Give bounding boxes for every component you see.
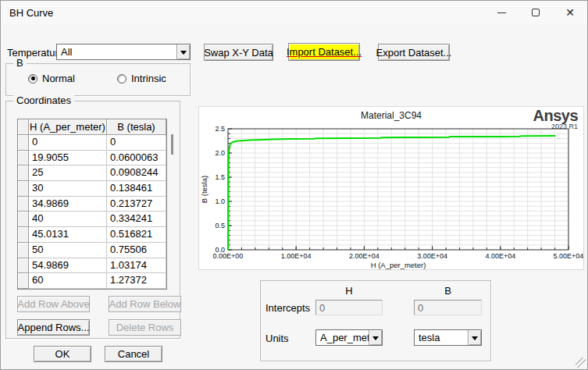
cell-h-value[interactable]: 50 bbox=[29, 243, 107, 258]
row-selector[interactable] bbox=[18, 151, 29, 166]
svg-text:4.00E+04: 4.00E+04 bbox=[485, 252, 515, 260]
cell-b-value[interactable]: 1.27372 bbox=[107, 273, 166, 289]
cell-b-value[interactable]: 0.213727 bbox=[107, 197, 166, 212]
cell-h-value[interactable]: 60 bbox=[29, 273, 107, 289]
resize-grip[interactable] bbox=[576, 358, 586, 368]
table-row: 54.98691.03174 bbox=[18, 258, 166, 274]
table-row: 500.75506 bbox=[18, 243, 166, 258]
unit-h-value: A_per_meter bbox=[316, 330, 369, 345]
svg-text:1.00E+04: 1.00E+04 bbox=[281, 252, 312, 260]
svg-text:2.00E+04: 2.00E+04 bbox=[349, 252, 380, 260]
append-rows-button[interactable]: Append Rows... bbox=[17, 319, 90, 336]
ok-button[interactable]: OK bbox=[34, 346, 91, 362]
export-dataset-button[interactable]: Export Dataset... bbox=[378, 44, 450, 61]
coordinates-label: Coordinates bbox=[13, 94, 74, 106]
table-row: 19.90550.0600063 bbox=[18, 151, 166, 166]
row-selector[interactable] bbox=[18, 135, 29, 151]
cell-b-value[interactable]: 0.516821 bbox=[107, 227, 166, 243]
coordinates-table-body: 0019.90550.0600063250.0908244300.1384613… bbox=[18, 135, 166, 289]
corner-header-cell[interactable] bbox=[18, 119, 29, 135]
cell-b-value[interactable]: 0.75506 bbox=[107, 243, 166, 258]
b-group-label: B bbox=[13, 57, 27, 69]
cell-b-value[interactable]: 0 bbox=[107, 135, 166, 151]
cell-b-value[interactable]: 0.0908244 bbox=[107, 165, 166, 181]
column-header-b[interactable]: B (tesla) bbox=[107, 119, 166, 135]
cell-h-value[interactable]: 0 bbox=[29, 135, 107, 151]
chevron-down-icon[interactable] bbox=[369, 330, 382, 345]
unit-b-combobox[interactable]: tesla bbox=[414, 329, 482, 346]
column-header-h[interactable]: H (A_per_meter) bbox=[29, 119, 107, 135]
row-selector[interactable] bbox=[18, 181, 29, 197]
radio-normal-icon[interactable] bbox=[28, 74, 37, 84]
units-label: Units bbox=[265, 333, 289, 344]
cell-b-value[interactable]: 0.334241 bbox=[107, 212, 166, 227]
chevron-down-icon[interactable] bbox=[468, 330, 481, 345]
add-row-below-button[interactable]: Add Row Below bbox=[109, 296, 181, 312]
column-label-h: H bbox=[315, 285, 383, 297]
row-selector[interactable] bbox=[18, 227, 29, 243]
swap-xy-data-button[interactable]: Swap X-Y Data bbox=[204, 44, 273, 61]
table-row: 601.27372 bbox=[18, 273, 166, 289]
close-icon: ✕ bbox=[565, 7, 575, 18]
row-selector[interactable] bbox=[18, 243, 29, 258]
cell-h-value[interactable]: 25 bbox=[29, 165, 107, 181]
row-selector[interactable] bbox=[18, 165, 29, 181]
radio-intrinsic-label: Intrinsic bbox=[131, 73, 166, 84]
coordinates-table: H (A_per_meter) B (tesla) 0019.90550.060… bbox=[17, 119, 167, 290]
cell-h-value[interactable]: 34.9869 bbox=[29, 197, 107, 212]
row-selector[interactable] bbox=[18, 273, 29, 289]
temperature-combobox[interactable]: All bbox=[56, 44, 191, 60]
coordinates-groupbox: Coordinates H (A_per_meter) B (tesla) 00… bbox=[5, 101, 180, 339]
svg-text:3.00E+04: 3.00E+04 bbox=[417, 252, 447, 260]
add-row-above-button[interactable]: Add Row Above bbox=[17, 296, 90, 312]
cell-h-value[interactable]: 40 bbox=[29, 212, 107, 227]
import-dataset-button[interactable]: Import Dataset... bbox=[288, 43, 360, 61]
cancel-button[interactable]: Cancel bbox=[105, 346, 162, 362]
table-row: 45.01310.516821 bbox=[18, 227, 166, 243]
close-button[interactable]: ✕ bbox=[553, 1, 587, 24]
unit-h-combobox[interactable]: A_per_meter bbox=[315, 329, 383, 346]
svg-text:2.0: 2.0 bbox=[215, 149, 225, 157]
table-scrollbar-thumb[interactable] bbox=[171, 134, 173, 155]
svg-text:2.5: 2.5 bbox=[215, 125, 225, 133]
row-selector[interactable] bbox=[18, 212, 29, 227]
cell-b-value[interactable]: 0.138461 bbox=[107, 181, 166, 197]
svg-text:0.5: 0.5 bbox=[215, 222, 225, 229]
chevron-down-icon[interactable] bbox=[176, 44, 190, 59]
delete-rows-button[interactable]: Delete Rows bbox=[109, 319, 181, 336]
intercept-h-field: 0 bbox=[315, 300, 383, 315]
chart-panel: Material_3C94 Ansys 2023 R1 0.00E+001.00… bbox=[198, 106, 584, 270]
radio-normal-label: Normal bbox=[42, 73, 75, 84]
table-header-row: H (A_per_meter) B (tesla) bbox=[18, 119, 166, 135]
svg-text:1.0: 1.0 bbox=[215, 197, 225, 205]
unit-b-value: tesla bbox=[415, 330, 468, 345]
intercept-b-field: 0 bbox=[414, 300, 482, 315]
row-selector[interactable] bbox=[18, 258, 29, 274]
cell-h-value[interactable]: 54.9869 bbox=[29, 258, 107, 274]
column-label-b: B bbox=[414, 285, 482, 297]
minimize-button[interactable] bbox=[484, 1, 519, 24]
cell-h-value[interactable]: 19.9055 bbox=[29, 151, 107, 166]
svg-text:B (tesla): B (tesla) bbox=[200, 176, 208, 203]
row-selector[interactable] bbox=[18, 197, 29, 212]
svg-text:0.0: 0.0 bbox=[215, 246, 225, 254]
cell-h-value[interactable]: 30 bbox=[29, 181, 107, 197]
radio-intrinsic[interactable]: Intrinsic bbox=[117, 73, 166, 84]
table-row: 00 bbox=[18, 135, 166, 151]
maximize-icon bbox=[532, 9, 540, 16]
temperature-value: All bbox=[57, 44, 176, 59]
titlebar: BH Curve ✕ bbox=[1, 1, 587, 24]
b-groupbox: B Normal Intrinsic bbox=[5, 63, 191, 96]
cell-h-value[interactable]: 45.0131 bbox=[29, 227, 107, 243]
svg-text:5.00E+04: 5.00E+04 bbox=[554, 252, 584, 260]
window-title: BH Curve bbox=[9, 7, 53, 19]
intercepts-units-groupbox: H B Intercepts 0 0 Units A_per_meter tes… bbox=[260, 280, 491, 361]
svg-text:H (A_per_meter): H (A_per_meter) bbox=[371, 261, 426, 269]
cell-b-value[interactable]: 1.03174 bbox=[107, 258, 166, 274]
cell-b-value[interactable]: 0.0600063 bbox=[107, 151, 166, 166]
radio-normal[interactable]: Normal bbox=[28, 73, 75, 84]
table-row: 400.334241 bbox=[18, 212, 166, 227]
minimize-icon bbox=[497, 12, 506, 13]
radio-intrinsic-icon[interactable] bbox=[117, 74, 127, 84]
maximize-button[interactable] bbox=[519, 1, 553, 24]
